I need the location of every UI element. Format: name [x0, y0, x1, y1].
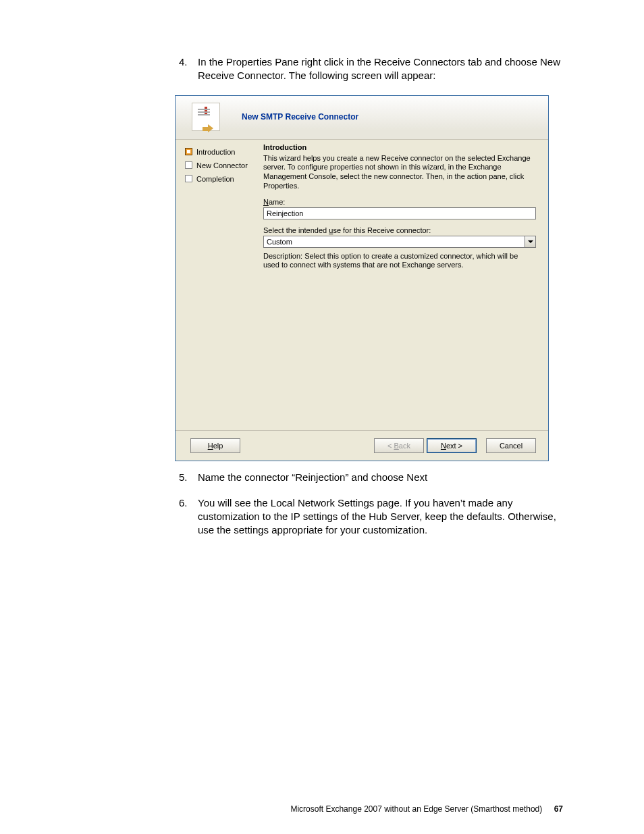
back-button: < Back [374, 438, 424, 453]
section-title: Introduction [263, 143, 536, 151]
step-text-5: Name the connector “Reinjection” and cho… [198, 471, 564, 484]
section-description: This wizard helps you create a new Recei… [263, 154, 536, 191]
use-label: Select the intended use for this Receive… [263, 226, 536, 234]
step-icon [185, 175, 192, 182]
use-combobox-value: Custom [267, 238, 292, 246]
step-number-5: 5. [179, 471, 198, 484]
footer-text: Microsoft Exchange 2007 without an Edge … [290, 804, 542, 814]
step-icon [185, 161, 192, 169]
step-number-6: 6. [179, 496, 198, 538]
side-step-introduction[interactable]: Introduction [185, 146, 258, 158]
side-step-label: Completion [196, 175, 234, 183]
wizard-side-steps: Introduction New Connector Completion [176, 139, 263, 431]
side-step-completion[interactable]: Completion [185, 173, 258, 185]
wizard-footer: Help < Back Next > Cancel [176, 430, 548, 461]
wizard-title: New SMTP Receive Connector [242, 112, 358, 122]
step-text-6: You will see the Local Network Settings … [198, 496, 564, 538]
use-description: Description: Select this option to creat… [263, 252, 536, 271]
next-button[interactable]: Next > [427, 438, 477, 453]
cancel-button[interactable]: Cancel [486, 438, 536, 453]
step-number-4: 4. [179, 55, 198, 83]
use-combobox[interactable]: Custom [263, 236, 536, 248]
wizard-arrow-icon [201, 126, 212, 134]
help-button[interactable]: Help [190, 438, 240, 453]
name-input-value: Reinjection [267, 209, 303, 217]
wizard-header: New SMTP Receive Connector [176, 96, 548, 140]
side-step-label: New Connector [196, 161, 248, 170]
side-step-new-connector[interactable]: New Connector [185, 159, 258, 172]
page-footer: Microsoft Exchange 2007 without an Edge … [0, 804, 644, 814]
wizard-screenshot: New SMTP Receive Connector Introduction … [175, 95, 564, 461]
side-step-label: Introduction [196, 148, 235, 156]
chevron-down-icon[interactable] [525, 236, 535, 247]
name-input[interactable]: Reinjection [263, 207, 536, 219]
step-active-icon [185, 148, 192, 155]
page-number: 67 [554, 804, 563, 814]
name-label: Name: [263, 198, 536, 206]
step-text-4: In the Properties Pane right click in th… [198, 55, 564, 83]
